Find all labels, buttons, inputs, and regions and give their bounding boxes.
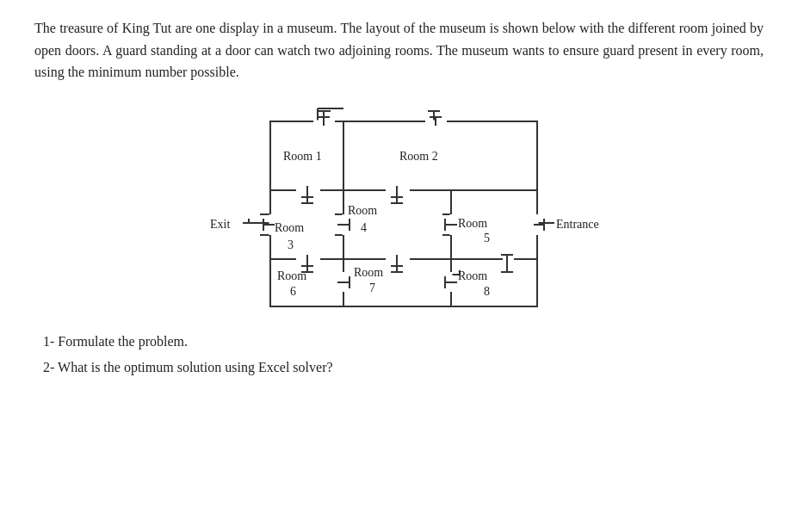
svg-rect-8 xyxy=(270,190,537,259)
svg-text:Room: Room xyxy=(277,269,306,282)
svg-text:Room: Room xyxy=(348,204,377,217)
intro-paragraph: The treasure of King Tut are one display… xyxy=(34,17,764,84)
svg-text:8: 8 xyxy=(484,285,490,298)
svg-text:5: 5 xyxy=(484,232,490,244)
svg-text:Room: Room xyxy=(458,269,487,282)
svg-text:Room: Room xyxy=(458,217,487,230)
svg-text:3: 3 xyxy=(288,238,294,251)
svg-text:Room 1: Room 1 xyxy=(283,150,322,163)
svg-text:Room: Room xyxy=(354,266,383,279)
svg-text:Room: Room xyxy=(275,221,304,234)
questions-section: 1- Formulate the problem. 2- What is the… xyxy=(34,331,764,378)
svg-text:Room  2: Room 2 xyxy=(399,150,438,163)
q2-number: 2- xyxy=(43,360,54,374)
q1-text: Formulate the problem. xyxy=(58,334,188,349)
museum-diagram: Exit Entrance xyxy=(184,104,615,311)
entrance-label: Entrance xyxy=(556,218,599,231)
question-1: 1- Formulate the problem. xyxy=(43,331,764,352)
diagram-area: Exit Entrance xyxy=(34,104,764,311)
svg-text:6: 6 xyxy=(290,285,296,298)
question-2: 2- What is the optimum solution using Ex… xyxy=(43,357,764,378)
q1-number: 1- xyxy=(43,334,54,349)
exit-label: Exit xyxy=(210,218,230,231)
svg-text:4: 4 xyxy=(361,221,367,234)
svg-text:7: 7 xyxy=(369,281,375,294)
q2-text: What is the optimum solution using Excel… xyxy=(58,360,333,374)
